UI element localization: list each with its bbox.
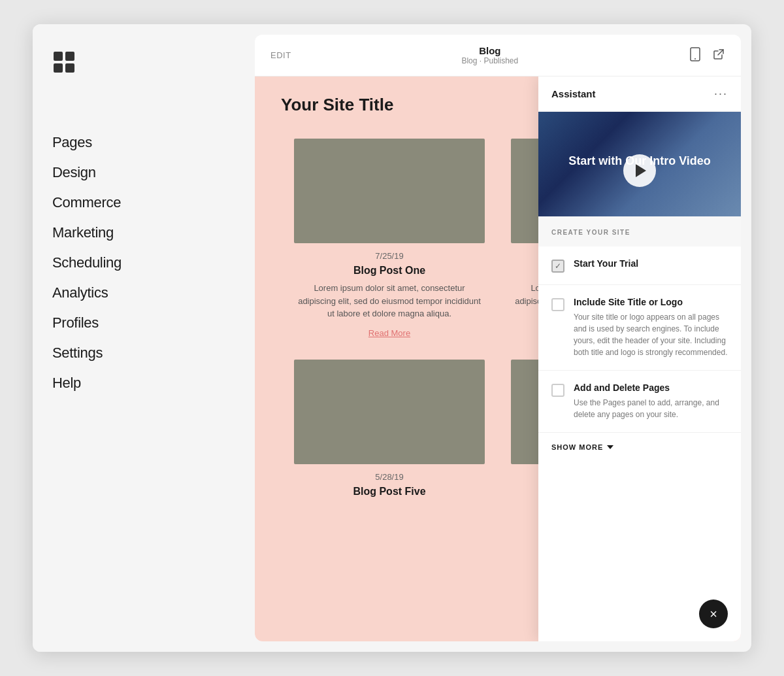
sidebar-item-scheduling[interactable]: Scheduling: [52, 249, 235, 277]
blog-post-title-3: Blog Post Five: [294, 486, 485, 498]
sidebar-item-help[interactable]: Help: [52, 369, 235, 397]
svg-rect-2: [54, 63, 63, 73]
sidebar-item-settings[interactable]: Settings: [52, 339, 235, 367]
assistant-panel: Assistant ··· Start with Our Intro Video…: [538, 76, 741, 641]
sidebar-item-profiles[interactable]: Profiles: [52, 309, 235, 337]
svg-rect-3: [65, 63, 74, 73]
blog-card-image-3: [294, 360, 485, 464]
sidebar: Pages Design Commerce Marketing Scheduli…: [33, 24, 255, 652]
blog-card-3: 5/28/19 Blog Post Five: [281, 349, 498, 513]
sidebar-item-analytics[interactable]: Analytics: [52, 279, 235, 307]
blog-excerpt-1: Lorem ipsum dolor sit amet, consectetur …: [294, 282, 485, 320]
checkbox-add-pages[interactable]: [551, 384, 564, 397]
sidebar-navigation: Pages Design Commerce Marketing Scheduli…: [52, 129, 235, 397]
blog-date-1: 7/25/19: [294, 251, 485, 261]
mobile-preview-icon[interactable]: [689, 47, 702, 64]
chevron-down-icon: [607, 445, 613, 449]
topbar: EDIT Blog Blog · Published: [255, 35, 741, 76]
checklist-item-desc-include-logo: Your site title or logo appears on all p…: [574, 311, 728, 358]
page-info: Blog Blog · Published: [461, 45, 518, 65]
checklist-content-start-trial: Start Your Trial: [574, 258, 728, 273]
create-section: CREATE YOUR SITE: [538, 216, 741, 246]
preview-area: Your Site Title 7/25/19 Blog Post One Lo…: [255, 76, 741, 641]
video-title: Start with Our Intro Video: [559, 154, 721, 169]
sidebar-item-marketing[interactable]: Marketing: [52, 219, 235, 246]
assistant-menu-button[interactable]: ···: [714, 87, 728, 101]
create-section-label: CREATE YOUR SITE: [551, 229, 630, 236]
page-title: Blog: [461, 45, 518, 56]
read-more-1[interactable]: Read More: [368, 328, 410, 338]
blog-post-title-1: Blog Post One: [294, 265, 485, 277]
sidebar-item-design[interactable]: Design: [52, 159, 235, 186]
edit-label[interactable]: EDIT: [270, 50, 291, 60]
sidebar-item-commerce[interactable]: Commerce: [52, 189, 235, 216]
checklist: Start Your Trial Include Site Title or L…: [538, 246, 741, 641]
svg-rect-1: [65, 52, 74, 61]
checklist-item-title-start-trial: Start Your Trial: [574, 258, 728, 269]
assistant-title: Assistant: [551, 88, 596, 99]
video-background: Start with Our Intro Video: [538, 112, 741, 216]
checklist-item-add-pages: Add and Delete Pages Use the Pages panel…: [538, 371, 741, 433]
svg-point-5: [694, 58, 696, 59]
checklist-content-add-pages: Add and Delete Pages Use the Pages panel…: [574, 382, 728, 420]
page-subtitle: Blog · Published: [461, 56, 518, 65]
checklist-item-title-add-pages: Add and Delete Pages: [574, 382, 728, 393]
external-link-icon[interactable]: [712, 48, 725, 63]
checkbox-include-logo[interactable]: [551, 298, 564, 311]
video-section: Start with Our Intro Video: [538, 112, 741, 216]
blog-date-3: 5/28/19: [294, 472, 485, 482]
close-assistant-button[interactable]: ×: [699, 600, 728, 628]
blog-card-image-1: [294, 139, 485, 243]
squarespace-logo: [52, 50, 235, 76]
checklist-item-start-trial: Start Your Trial: [538, 246, 741, 285]
main-area: EDIT Blog Blog · Published: [255, 35, 741, 641]
show-more-button[interactable]: SHOW MORE: [538, 433, 741, 462]
show-more-label: SHOW MORE: [551, 443, 603, 451]
topbar-actions: [689, 47, 725, 64]
checklist-item-include-logo: Include Site Title or Logo Your site tit…: [538, 285, 741, 371]
checkbox-start-trial[interactable]: [551, 260, 564, 273]
checklist-content-include-logo: Include Site Title or Logo Your site tit…: [574, 297, 728, 358]
checklist-item-desc-add-pages: Use the Pages panel to add, arrange, and…: [574, 397, 728, 420]
sidebar-item-pages[interactable]: Pages: [52, 129, 235, 156]
assistant-header: Assistant ···: [538, 76, 741, 112]
site-title: Your Site Title: [281, 95, 393, 115]
checklist-item-title-include-logo: Include Site Title or Logo: [574, 297, 728, 307]
svg-rect-0: [54, 52, 63, 61]
blog-card-1: 7/25/19 Blog Post One Lorem ipsum dolor …: [281, 128, 498, 349]
